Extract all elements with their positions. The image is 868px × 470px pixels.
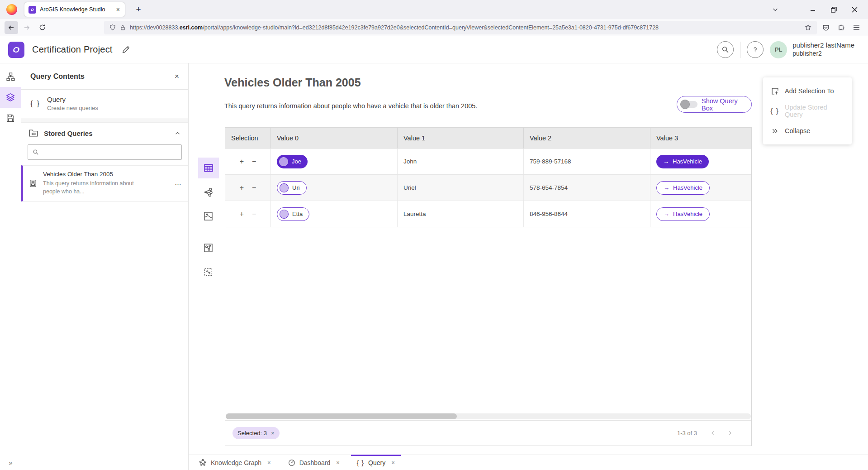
window-minimize-button[interactable] [804,0,822,19]
remove-selection-icon[interactable]: − [252,210,256,218]
back-button[interactable] [5,21,18,34]
entity-pill[interactable]: Joe [277,155,308,168]
arrow-right-icon: → [663,158,669,165]
menu-item-update-stored-query[interactable]: { } Update Stored Query [763,101,852,121]
table-view-icon[interactable] [198,158,219,178]
browser-tab[interactable]: ArcGIS Knowledge Studio × [24,2,125,17]
expand-rail-icon[interactable]: » [0,459,21,466]
stored-query-item[interactable]: Vehicles Older Than 2005 This query retu… [21,165,188,201]
add-to-selection-icon [771,87,779,95]
entity-pill[interactable]: Uri [277,181,307,195]
selected-count-chip[interactable]: Selected: 3 × [232,427,280,439]
url-text[interactable]: https://dev0028833.esri.com/portal/apps/… [130,24,801,31]
user-avatar[interactable]: PL [770,41,787,58]
show-query-box-toggle[interactable]: Show Query Box [677,96,752,113]
relation-pill[interactable]: →HasVehicle [656,181,710,195]
entity-pill[interactable]: Etta [277,207,309,221]
help-button[interactable] [747,41,764,58]
search-button[interactable] [717,41,734,58]
browser-tab-title: ArcGIS Knowledge Studio [40,6,112,13]
entity-cell: Uri [271,175,398,201]
lock-icon[interactable] [120,24,126,31]
reload-button[interactable] [35,21,49,34]
scrollbar-thumb[interactable] [226,413,457,419]
stored-query-file-icon [29,179,37,187]
column-header-selection[interactable]: Selection [225,128,271,148]
view-tab-bar: Knowledge Graph × Dashboard × { } Query … [189,455,868,470]
extensions-puzzle-icon[interactable] [838,24,845,31]
pagination-range: 1-3 of 3 [677,430,697,436]
stored-query-options-icon[interactable]: … [175,179,182,187]
clear-selection-icon[interactable]: × [271,430,275,436]
tab-close-icon[interactable]: × [115,6,121,13]
tab-close-icon[interactable]: × [267,459,271,466]
menu-item-collapse[interactable]: Collapse [763,121,852,141]
column-header-value0[interactable]: Value 0 [271,128,398,148]
pocket-icon[interactable] [822,24,830,31]
remove-selection-icon[interactable]: − [252,158,256,166]
next-page-icon[interactable] [727,431,732,436]
table-row[interactable]: + − Joe John 759-889-57168 →HasVehicle [225,149,751,175]
stored-queries-header[interactable]: Stored Queries [21,123,188,144]
tab-knowledge-graph[interactable]: Knowledge Graph × [192,455,278,470]
column-header-value3[interactable]: Value 3 [650,128,751,148]
view-mode-toolbar [198,158,219,285]
value1-cell: Lauretta [398,201,524,227]
selection-cell: + − [225,175,271,201]
stored-query-title: Vehicles Older Than 2005 [43,171,142,177]
browser-tab-bar: ArcGIS Knowledge Studio × + [0,0,868,19]
add-selection-icon[interactable]: + [240,158,244,166]
new-tab-button[interactable]: + [132,5,145,14]
window-close-button[interactable] [845,0,863,19]
add-selection-icon[interactable]: + [240,184,244,192]
entity-dot-icon [280,210,289,219]
header-divider [740,42,740,58]
query-contents-panel: Query Contents × { } Query Create new qu… [21,63,189,470]
toggle-knob [680,100,690,109]
edit-title-pencil-icon[interactable] [122,46,130,54]
selection-context-menu: Add Selection To { } Update Stored Query… [763,77,852,144]
stored-queries-search[interactable] [28,144,182,160]
tab-query[interactable]: { } Query × [350,455,402,470]
selection-tool-icon[interactable] [198,261,219,282]
tab-close-icon[interactable]: × [391,459,395,466]
relation-pill[interactable]: →HasVehicle [656,207,710,221]
stored-queries-title: Stored Queries [44,129,169,137]
table-row[interactable]: + − Etta Lauretta 846-956-8644 →HasVehic… [225,201,751,227]
graph-in-map-icon[interactable] [198,237,219,258]
tab-dashboard[interactable]: Dashboard × [281,455,346,470]
knowledge-studio-logo-icon[interactable] [8,42,24,58]
horizontal-scrollbar[interactable] [226,413,751,419]
map-view-icon[interactable] [198,206,219,226]
column-header-value1[interactable]: Value 1 [398,128,524,148]
window-restore-button[interactable] [825,0,843,19]
contents-layers-icon[interactable] [0,87,21,108]
bookmark-star-icon[interactable] [805,24,811,31]
search-input[interactable] [43,149,177,156]
data-model-icon[interactable] [0,66,21,87]
toggle-switch[interactable] [681,101,697,108]
shield-icon[interactable] [109,24,116,31]
arrow-right-icon: → [664,184,669,191]
firefox-logo-icon[interactable] [6,4,17,15]
menu-item-add-selection-to[interactable]: Add Selection To [763,81,852,101]
tab-close-icon[interactable]: × [336,459,340,466]
save-icon[interactable] [0,108,21,129]
remove-selection-icon[interactable]: − [252,184,256,192]
url-bar[interactable]: https://dev0028833.esri.com/portal/apps/… [104,21,817,34]
add-selection-icon[interactable]: + [240,210,244,218]
query-create-item[interactable]: { } Query Create new queries [21,90,188,118]
previous-page-icon[interactable] [711,431,716,436]
tab-list-chevron-icon[interactable] [772,6,778,13]
chevron-up-icon[interactable] [175,130,180,136]
table-row[interactable]: + − Uri Uriel 578-654-7854 →HasVehicle [225,175,751,201]
relation-pill[interactable]: →HasVehicle [656,155,709,168]
value2-cell: 578-654-7854 [524,175,650,201]
panel-close-icon[interactable]: × [175,72,179,81]
user-info[interactable]: publisher2 lastName publisher2 [792,41,854,58]
forward-button[interactable] [20,21,33,34]
value1-cell: Uriel [398,175,524,201]
link-chart-icon[interactable] [198,182,219,202]
column-header-value2[interactable]: Value 2 [524,128,650,148]
menu-hamburger-icon[interactable] [853,24,860,30]
